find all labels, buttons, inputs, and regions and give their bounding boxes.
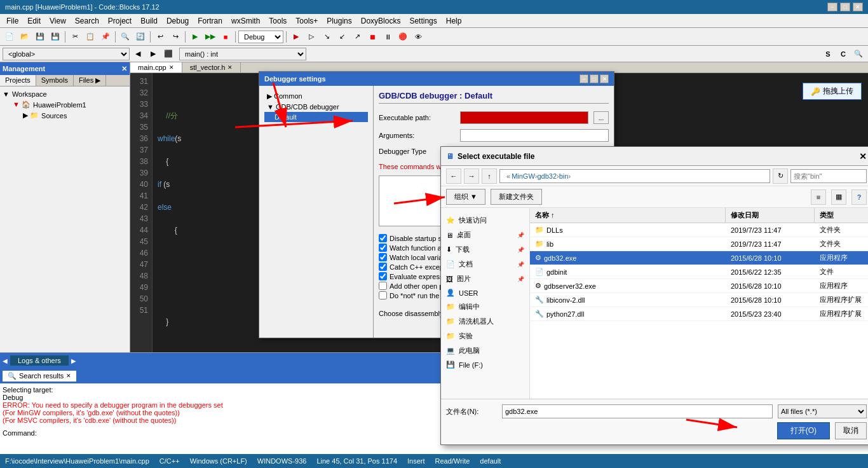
sidebar-pictures[interactable]: 🖼 图片 📌 <box>441 272 529 286</box>
file-row-gdbinit[interactable]: 📄gdbinit 2015/6/22 12:35 文件 <box>530 265 868 279</box>
sidebar-file-f[interactable]: 💾 File (F:) <box>441 358 529 371</box>
file-row-dlls[interactable]: 📁DLLs 2019/7/23 11:47 文件夹 <box>530 223 868 237</box>
nav-bookmark-btn[interactable]: ⬛ <box>161 47 175 61</box>
sidebar-desktop[interactable]: 🖥 桌面 📌 <box>441 228 529 242</box>
sidebar-documents[interactable]: 📄 文档 📌 <box>441 257 529 272</box>
build-btn[interactable]: ▶ <box>188 30 202 44</box>
file-search-input[interactable] <box>790 169 867 183</box>
open-btn[interactable]: 📂 <box>18 30 32 44</box>
back-btn[interactable]: ← <box>446 169 461 184</box>
tree-common[interactable]: ▶ Common <box>264 91 368 102</box>
function-dropdown[interactable]: main() : int <box>179 48 306 60</box>
run-btn[interactable]: ▶▶ <box>203 30 217 44</box>
paste-btn[interactable]: 📌 <box>98 30 112 44</box>
debug-next-btn[interactable]: ↘ <box>320 30 334 44</box>
sidebar-user[interactable]: 👤 USER <box>441 286 529 299</box>
debug-pause-btn[interactable]: ⏸ <box>381 30 395 44</box>
sidebar-this-pc[interactable]: 💻 此电脑 <box>441 343 529 358</box>
save-btn[interactable]: 💾 <box>33 30 47 44</box>
cb-watch-func[interactable] <box>379 244 387 252</box>
menu-plugins[interactable]: Plugins <box>323 15 355 27</box>
browse-btn[interactable]: ... <box>593 111 609 124</box>
c-btn[interactable]: C <box>836 47 850 61</box>
right-search-btn[interactable]: 🔍 <box>851 47 865 61</box>
cb-disable-startup[interactable] <box>379 234 387 242</box>
file-dialog-close-btn[interactable]: ✕ <box>859 151 867 162</box>
close-btn[interactable]: ✕ <box>853 3 863 11</box>
save-all-btn[interactable]: 💾 <box>48 30 62 44</box>
menu-doxyblocks[interactable]: DoxyBlocks <box>357 15 405 27</box>
search-tab-close[interactable]: ✕ <box>66 373 71 379</box>
cut-btn[interactable]: ✂ <box>68 30 82 44</box>
path-bin[interactable]: bin <box>559 172 569 180</box>
replace-btn[interactable]: 🔄 <box>133 30 147 44</box>
refresh-btn[interactable]: ↻ <box>773 169 788 184</box>
menu-file[interactable]: File <box>3 15 22 27</box>
cb-catch-cpp[interactable] <box>379 263 387 271</box>
file-row-python27[interactable]: 🔧python27.dll 2015/5/23 23:40 应用程序扩展 <box>530 307 868 321</box>
debug-out-btn[interactable]: ↗ <box>350 30 364 44</box>
sidebar-experiment[interactable]: 📁 实验 <box>441 329 529 343</box>
path-mingw[interactable]: MinGW <box>512 172 535 180</box>
menu-help[interactable]: Help <box>442 15 466 27</box>
tree-gdb-cdb[interactable]: ▼ GDB/CDB debugger <box>264 102 368 112</box>
tab-logs[interactable]: Logs & others <box>10 355 69 366</box>
copy-btn[interactable]: 📋 <box>83 30 97 44</box>
new-folder-btn[interactable]: 新建文件夹 <box>491 189 542 205</box>
tab-stl-close[interactable]: ✕ <box>227 64 233 71</box>
help-btn[interactable]: ? <box>851 189 867 205</box>
cancel-file-btn[interactable]: 取消 <box>835 422 867 439</box>
up-btn[interactable]: ↑ <box>482 169 497 184</box>
nav-forward-btn[interactable]: ▶ <box>146 47 160 61</box>
search-results-tab[interactable]: 🔍 Search results ✕ <box>3 371 76 382</box>
file-row-libiconv[interactable]: 🔧libiconv-2.dll 2015/6/28 10:10 应用程序扩展 <box>530 293 868 307</box>
panel-close-icon[interactable]: ✕ <box>121 65 127 73</box>
exe-path-input[interactable] <box>460 111 588 124</box>
tree-workspace[interactable]: ▼ Workspace <box>3 89 127 99</box>
cb-add-open[interactable] <box>379 282 387 290</box>
undo-btn[interactable]: ↩ <box>153 30 167 44</box>
build-config-dropdown[interactable]: Debug Release <box>238 31 283 43</box>
args-input[interactable] <box>460 129 609 142</box>
tree-sources[interactable]: ▶ 📁 Sources <box>3 110 127 121</box>
bottom-prev-btn[interactable]: ◀ <box>0 357 10 364</box>
menu-wxsmith[interactable]: wxSmith <box>227 15 264 27</box>
debugger-max-btn[interactable]: □ <box>590 74 599 83</box>
debug-stop-btn[interactable]: ⏹ <box>365 30 379 44</box>
new-btn[interactable]: 📄 <box>3 30 17 44</box>
debug-break-btn[interactable]: 🔴 <box>396 30 410 44</box>
debugger-close-btn[interactable]: ✕ <box>600 74 609 83</box>
file-row-gdb32[interactable]: ⚙gdb32.exe 2015/6/28 10:10 应用程序 <box>530 251 868 265</box>
menu-fortran[interactable]: Fortran <box>194 15 226 27</box>
s-btn[interactable]: S <box>821 47 835 61</box>
find-btn[interactable]: 🔍 <box>118 30 132 44</box>
sidebar-quick-access[interactable]: ⭐ 快速访问 <box>441 213 529 228</box>
cb-eval-expr[interactable] <box>379 272 387 280</box>
view-detail-btn[interactable]: ▦ <box>831 189 846 205</box>
menu-debug[interactable]: Debug <box>163 15 193 27</box>
file-row-gdbserver[interactable]: ⚙gdbserver32.exe 2015/6/28 10:10 应用程序 <box>530 279 868 293</box>
tab-projects[interactable]: Projects <box>0 75 36 86</box>
file-row-lib[interactable]: 📁lib 2019/7/23 11:47 文件夹 <box>530 237 868 251</box>
scope-dropdown[interactable]: <global> <box>3 48 130 60</box>
menu-tools[interactable]: Tools <box>265 15 290 27</box>
redo-btn[interactable]: ↪ <box>168 30 182 44</box>
cb-no-run[interactable] <box>379 291 387 299</box>
open-file-btn[interactable]: 打开(O) <box>777 422 830 439</box>
tree-project[interactable]: ▼ 🏠 HuaweiProblem1 <box>3 99 127 110</box>
debug-continue-btn[interactable]: ▷ <box>304 30 318 44</box>
menu-settings[interactable]: Settings <box>405 15 440 27</box>
sidebar-cleaner[interactable]: 📁 清洗机器人 <box>441 314 529 329</box>
filetype-dropdown[interactable]: All files (*.*) <box>778 404 867 418</box>
tab-stl-vector[interactable]: stl_vector.h ✕ <box>182 62 241 72</box>
upload-area[interactable]: 🔑 拖拽上传 <box>803 83 862 100</box>
view-toggle-btn[interactable]: ≡ <box>811 189 826 205</box>
maximize-btn[interactable]: □ <box>840 3 850 11</box>
tab-symbols[interactable]: Symbols <box>36 75 74 86</box>
menu-tools-plus[interactable]: Tools+ <box>292 15 322 27</box>
organize-btn[interactable]: 组织 ▼ <box>446 189 485 205</box>
filename-input[interactable] <box>502 404 773 418</box>
debugger-min-btn[interactable]: − <box>580 74 588 83</box>
debug-step-btn[interactable]: ↙ <box>335 30 349 44</box>
tab-main-cpp-close[interactable]: ✕ <box>169 64 174 71</box>
